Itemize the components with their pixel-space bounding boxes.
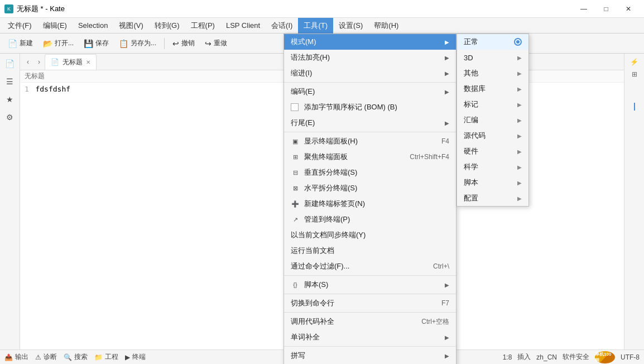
window-title: 无标题 * - Kate: [17, 4, 65, 14]
mode-hardware-item[interactable]: 硬件 ▶: [457, 143, 528, 159]
menu-mode-label: 模式(M): [291, 37, 316, 47]
menu-mode-item[interactable]: 模式(M) ▶: [284, 34, 456, 50]
undo-button[interactable]: ↩ 撤销: [168, 37, 199, 50]
mode-other-item[interactable]: 其他 ▶: [457, 65, 528, 81]
software-label: 软件安全: [563, 352, 589, 362]
new-button[interactable]: 📄 新建: [3, 37, 37, 50]
menu-spell-label: 拼写: [291, 351, 305, 361]
mode-script-item[interactable]: 脚本 ▶: [457, 175, 528, 190]
menu-show-terminal-item[interactable]: ▣ 显示终端面板(H) F4: [284, 133, 456, 149]
mode-science-item[interactable]: 科学 ▶: [457, 159, 528, 175]
menu-script-label: 脚本(S): [304, 280, 328, 290]
menu-session[interactable]: 会话(I): [266, 18, 298, 33]
menu-settings[interactable]: 设置(S): [333, 18, 368, 33]
right-flash-icon[interactable]: ⚡: [628, 56, 641, 68]
saveas-button[interactable]: 📋 另存为...: [114, 37, 161, 50]
menu-tools[interactable]: 工具(T): [298, 18, 333, 33]
show-terminal-shortcut: F4: [441, 137, 449, 145]
code-content[interactable]: fdsfdshf: [35, 85, 70, 93]
mode-compile-item[interactable]: 汇编 ▶: [457, 112, 528, 128]
mode-submenu[interactable]: 正常 3D ▶ 其他 ▶ 数据库 ▶ 标记 ▶ 汇编 ▶ 源代码 ▶: [456, 33, 529, 207]
menu-file[interactable]: 文件(F): [2, 18, 37, 33]
menu-focus-terminal-item[interactable]: ⊞ 聚焦终端面板 Ctrl+Shift+F4: [284, 149, 456, 165]
editor-tab[interactable]: 📄 无标题 ✕: [45, 54, 97, 70]
sidebar-bookmark-icon[interactable]: ★: [2, 92, 18, 107]
new-terminal-tab-icon: ➕: [291, 199, 300, 208]
menu-filter-item[interactable]: 通过命令过滤(F)... Ctrl+\: [284, 258, 456, 274]
open-button[interactable]: 📂 打开...: [39, 37, 78, 50]
sidebar-documents-icon[interactable]: 📄: [2, 56, 18, 71]
menu-encoding-label: 编码(E): [291, 87, 315, 97]
menu-pipe-terminal-item[interactable]: ↗ 管道到终端(P): [284, 212, 456, 227]
menu-view[interactable]: 视图(V): [113, 18, 148, 33]
menu-sep-5: [284, 312, 456, 313]
menu-focus-terminal-left: ⊞ 聚焦终端面板: [291, 152, 348, 162]
close-button[interactable]: ✕: [617, 0, 640, 18]
output-status[interactable]: 📤 输出: [4, 352, 28, 362]
minimize-button[interactable]: —: [573, 0, 595, 18]
menu-indent-item[interactable]: 缩进(I) ▶: [284, 65, 456, 81]
new-icon: 📄: [8, 39, 17, 48]
tab-prev-button[interactable]: ‹: [22, 55, 33, 69]
menu-run-doc-item[interactable]: 运行当前文档: [284, 243, 456, 258]
tools-dropdown-menu[interactable]: 模式(M) ▶ 语法加亮(H) ▶ 缩进(I) ▶ 编码(E) ▶: [283, 33, 456, 364]
mode-normal-item[interactable]: 正常: [457, 34, 528, 50]
pipe-terminal-icon: ↗: [291, 215, 300, 224]
menu-bom-item[interactable]: 添加字节顺序标记 (BOM) (B): [284, 99, 456, 115]
mode-3d-item[interactable]: 3D ▶: [457, 50, 528, 65]
menu-word-complete-item[interactable]: 单词补全 ▶: [284, 329, 456, 345]
menu-selection[interactable]: Selection: [73, 18, 113, 33]
menu-hsplit-item[interactable]: ⊠ 水平拆分终端(S): [284, 180, 456, 196]
output-icon: 📤: [4, 353, 13, 361]
menu-spell-item[interactable]: 拼写 ▶: [284, 348, 456, 363]
tab-next-button[interactable]: ›: [33, 55, 45, 69]
menu-pipe-terminal-left: ↗ 管道到终端(P): [291, 214, 350, 224]
mode-database-arrow: ▶: [517, 86, 522, 92]
menu-script-item[interactable]: {} 脚本(S) ▶: [284, 277, 456, 293]
mode-database-item[interactable]: 数据库 ▶: [457, 81, 528, 97]
menu-sync-terminal-item[interactable]: 以当前文档同步终端(Y): [284, 227, 456, 243]
sidebar-list-icon[interactable]: ☰: [2, 74, 18, 89]
diagnose-status[interactable]: ⚠ 诊断: [35, 352, 57, 362]
menu-code-complete-item[interactable]: 调用代码补全 Ctrl+空格: [284, 314, 456, 329]
menu-project[interactable]: 工程(P): [185, 18, 220, 33]
menu-new-terminal-tab-item[interactable]: ➕ 新建终端标签页(N): [284, 196, 456, 212]
menu-help[interactable]: 帮助(H): [368, 18, 404, 33]
mode-markup-item[interactable]: 标记 ▶: [457, 97, 528, 112]
search-status[interactable]: 🔍 搜索: [64, 352, 88, 362]
mode-source-arrow: ▶: [517, 133, 522, 139]
project-status[interactable]: 📁 工程: [94, 352, 118, 362]
menu-edit[interactable]: 编辑(E): [37, 18, 73, 33]
mode-other-arrow: ▶: [517, 70, 522, 76]
menu-new-terminal-tab-label: 新建终端标签页(N): [304, 199, 365, 209]
mode-source-item[interactable]: 源代码 ▶: [457, 128, 528, 143]
menu-encoding-item[interactable]: 编码(E) ▶: [284, 84, 456, 99]
menu-syntax-arrow: ▶: [445, 55, 449, 61]
search-icon: 🔍: [64, 353, 72, 361]
menu-cmdline-item[interactable]: 切换到命令行 F7: [284, 295, 456, 311]
sidebar-plugin-icon[interactable]: ⚙: [2, 109, 18, 125]
menu-run-doc-label: 运行当前文档: [291, 246, 334, 256]
menu-word-complete-label: 单词补全: [291, 332, 320, 342]
right-grid-icon[interactable]: ⊞: [629, 68, 640, 80]
insert-mode: 插入: [517, 352, 531, 362]
menu-eol-item[interactable]: 行尾(E) ▶: [284, 115, 456, 131]
terminal-status[interactable]: ▶ 终端: [125, 352, 146, 362]
menu-bom-label: 添加字节顺序标记 (BOM) (B): [304, 102, 397, 112]
menu-pipe-terminal-label: 管道到终端(P): [304, 214, 350, 224]
filter-shortcut: Ctrl+\: [433, 262, 449, 270]
menu-code-complete-left: 调用代码补全: [291, 317, 334, 327]
menu-goto[interactable]: 转到(G): [149, 18, 185, 33]
redo-button[interactable]: ↪ 重做: [200, 37, 232, 50]
menu-sep-6: [284, 346, 456, 347]
save-button[interactable]: 💾 保存: [79, 37, 113, 50]
maximize-button[interactable]: □: [595, 0, 617, 18]
menu-vsplit-item[interactable]: ⊟ 垂直拆分终端(S): [284, 165, 456, 180]
mode-markup-arrow: ▶: [517, 102, 522, 108]
menu-code-complete-label: 调用代码补全: [291, 317, 334, 327]
right-panel: ⚡ ⊞: [624, 54, 644, 349]
menu-syntax-item[interactable]: 语法加亮(H) ▶: [284, 50, 456, 65]
mode-config-item[interactable]: 配置 ▶: [457, 190, 528, 206]
tab-close-button[interactable]: ✕: [86, 59, 90, 65]
menu-lsp[interactable]: LSP Client: [220, 18, 266, 33]
